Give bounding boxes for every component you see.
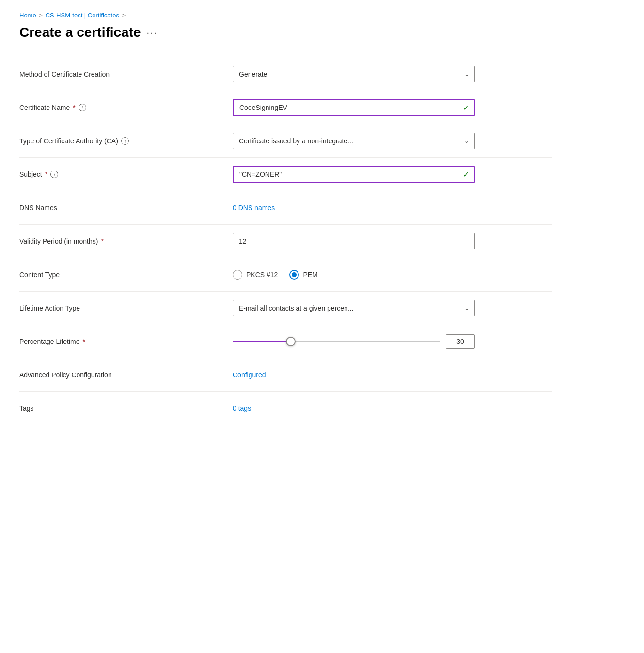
form-row-advanced-policy: Advanced Policy Configuration Configured bbox=[19, 360, 552, 389]
breadcrumb-sep-2: > bbox=[122, 12, 126, 19]
form-row-ca-type: Type of Certificate Authority (CA) i Cer… bbox=[19, 126, 552, 155]
form-row-percentage: Percentage Lifetime * bbox=[19, 327, 552, 356]
divider-10 bbox=[19, 391, 552, 392]
control-percentage bbox=[233, 334, 552, 349]
label-percentage: Percentage Lifetime * bbox=[19, 338, 233, 345]
divider-7 bbox=[19, 291, 552, 292]
info-icon-cert-name[interactable]: i bbox=[79, 104, 86, 111]
percentage-slider-thumb[interactable] bbox=[286, 337, 296, 346]
label-tags: Tags bbox=[19, 404, 233, 412]
validity-input[interactable] bbox=[233, 233, 475, 249]
control-advanced-policy: Configured bbox=[233, 371, 552, 379]
form-row-lifetime-action: Lifetime Action Type E-mail all contacts… bbox=[19, 294, 552, 323]
form-row-subject: Subject * i ✓ bbox=[19, 160, 552, 189]
breadcrumb-home[interactable]: Home bbox=[19, 12, 36, 19]
info-icon-subject[interactable]: i bbox=[50, 171, 58, 178]
label-method: Method of Certificate Creation bbox=[19, 70, 233, 78]
form-row-method: Method of Certificate Creation Generate … bbox=[19, 60, 552, 89]
breadcrumb-sep-1: > bbox=[39, 12, 43, 19]
input-wrapper-subject: ✓ bbox=[233, 166, 475, 183]
breadcrumb: Home > CS-HSM-test | Certificates > bbox=[19, 12, 625, 19]
radio-label-pkcs12: PKCS #12 bbox=[246, 271, 278, 279]
label-ca-type: Type of Certificate Authority (CA) i bbox=[19, 137, 233, 145]
control-validity bbox=[233, 233, 552, 249]
form-row-content-type: Content Type PKCS #12 PEM bbox=[19, 260, 552, 289]
divider-1 bbox=[19, 91, 552, 91]
divider-9 bbox=[19, 358, 552, 358]
advanced-policy-link[interactable]: Configured bbox=[233, 371, 266, 379]
control-cert-name: ✓ bbox=[233, 99, 552, 116]
control-dns: 0 DNS names bbox=[233, 204, 552, 212]
required-star-validity: * bbox=[101, 237, 103, 245]
required-star-percentage: * bbox=[83, 338, 85, 345]
radio-circle-pem[interactable] bbox=[289, 270, 299, 280]
label-content-type: Content Type bbox=[19, 271, 233, 279]
radio-circle-pkcs12[interactable] bbox=[233, 270, 242, 280]
lifetime-action-select[interactable]: E-mail all contacts at a given percen...… bbox=[233, 300, 475, 316]
control-tags: 0 tags bbox=[233, 404, 552, 412]
cert-name-input[interactable] bbox=[233, 99, 475, 116]
label-subject: Subject * i bbox=[19, 171, 233, 178]
control-subject: ✓ bbox=[233, 166, 552, 183]
radio-label-pem: PEM bbox=[303, 271, 317, 279]
radio-pem[interactable]: PEM bbox=[289, 270, 317, 280]
page-menu-button[interactable]: ··· bbox=[147, 27, 158, 38]
divider-5 bbox=[19, 224, 552, 225]
info-icon-ca-type[interactable]: i bbox=[121, 137, 129, 145]
divider-4 bbox=[19, 191, 552, 191]
label-lifetime-action: Lifetime Action Type bbox=[19, 304, 233, 312]
page-title: Create a certificate bbox=[19, 25, 141, 40]
check-icon-cert-name: ✓ bbox=[463, 103, 469, 112]
tags-link[interactable]: 0 tags bbox=[233, 404, 251, 412]
select-wrapper-method: Generate Import ⌄ bbox=[233, 66, 475, 82]
control-lifetime-action: E-mail all contacts at a given percen...… bbox=[233, 300, 552, 316]
create-certificate-form: Method of Certificate Creation Generate … bbox=[19, 60, 552, 423]
breadcrumb-certificates[interactable]: CS-HSM-test | Certificates bbox=[46, 12, 119, 19]
divider-6 bbox=[19, 258, 552, 258]
label-dns: DNS Names bbox=[19, 204, 233, 212]
control-ca-type: Certificate issued by a non-integrate...… bbox=[233, 133, 552, 149]
check-icon-subject: ✓ bbox=[463, 170, 469, 179]
ca-type-select[interactable]: Certificate issued by a non-integrate...… bbox=[233, 133, 475, 149]
form-row-validity: Validity Period (in months) * bbox=[19, 227, 552, 256]
label-cert-name: Certificate Name * i bbox=[19, 104, 233, 111]
control-content-type: PKCS #12 PEM bbox=[233, 270, 552, 280]
control-method: Generate Import ⌄ bbox=[233, 66, 552, 82]
form-row-dns: DNS Names 0 DNS names bbox=[19, 193, 552, 222]
input-wrapper-cert-name: ✓ bbox=[233, 99, 475, 116]
form-row-cert-name: Certificate Name * i ✓ bbox=[19, 93, 552, 122]
label-validity: Validity Period (in months) * bbox=[19, 237, 233, 245]
radio-pkcs12[interactable]: PKCS #12 bbox=[233, 270, 278, 280]
select-wrapper-ca-type: Certificate issued by a non-integrate...… bbox=[233, 133, 475, 149]
select-wrapper-lifetime: E-mail all contacts at a given percen...… bbox=[233, 300, 475, 316]
percentage-slider-container bbox=[233, 334, 475, 349]
label-advanced-policy: Advanced Policy Configuration bbox=[19, 371, 233, 379]
required-star-cert-name: * bbox=[73, 104, 75, 111]
content-type-radio-group: PKCS #12 PEM bbox=[233, 270, 552, 280]
percentage-value-input[interactable] bbox=[446, 334, 475, 349]
page-header: Create a certificate ··· bbox=[19, 25, 625, 40]
divider-3 bbox=[19, 157, 552, 158]
form-row-tags: Tags 0 tags bbox=[19, 394, 552, 423]
dns-names-link[interactable]: 0 DNS names bbox=[233, 204, 275, 212]
divider-2 bbox=[19, 124, 552, 124]
divider-8 bbox=[19, 325, 552, 325]
subject-input[interactable] bbox=[233, 166, 475, 183]
percentage-slider-track[interactable] bbox=[233, 341, 440, 342]
required-star-subject: * bbox=[45, 171, 47, 178]
method-select[interactable]: Generate Import bbox=[233, 66, 475, 82]
